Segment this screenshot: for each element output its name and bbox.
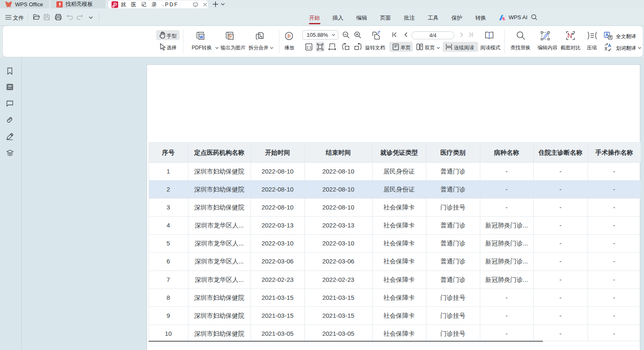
svg-text:1:1: 1:1 [306,45,312,49]
